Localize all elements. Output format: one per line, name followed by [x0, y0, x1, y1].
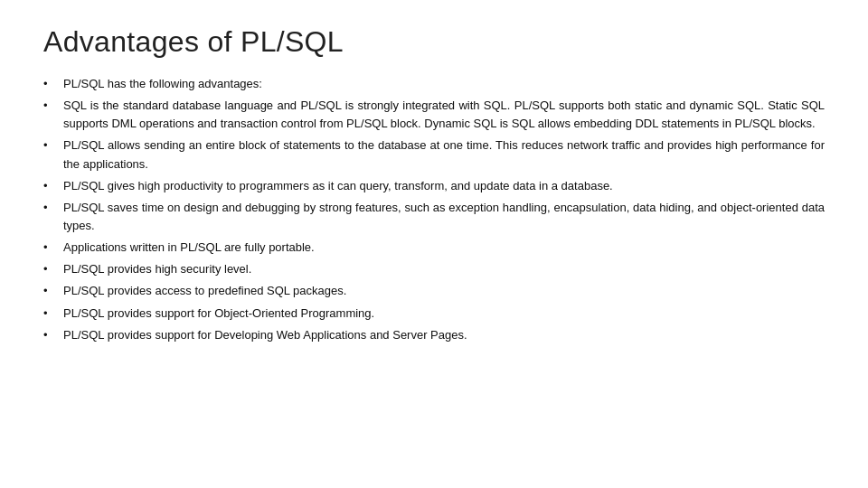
list-item: •PL/SQL provides access to predefined SQ… — [43, 282, 825, 300]
list-item-text: SQL is the standard database language an… — [63, 97, 825, 133]
list-item-text: PL/SQL has the following advantages: — [63, 75, 825, 93]
bullet-icon: • — [43, 199, 60, 217]
page-title: Advantages of PL/SQL — [43, 25, 825, 59]
bullet-icon: • — [43, 282, 60, 300]
list-item-text: PL/SQL provides support for Object-Orien… — [63, 305, 825, 323]
list-item-text: Applications written in PL/SQL are fully… — [63, 239, 825, 257]
list-item-text: PL/SQL gives high productivity to progra… — [63, 177, 825, 195]
bullet-icon: • — [43, 97, 60, 115]
list-item-text: PL/SQL provides high security level. — [63, 260, 825, 278]
bullet-icon: • — [43, 239, 60, 257]
content-list: •PL/SQL has the following advantages:•SQ… — [43, 75, 825, 348]
bullet-icon: • — [43, 326, 60, 344]
list-item: •PL/SQL gives high productivity to progr… — [43, 177, 825, 195]
bullet-icon: • — [43, 305, 60, 323]
list-item-text: PL/SQL provides access to predefined SQL… — [63, 282, 825, 300]
list-item: •PL/SQL provides support for Object-Orie… — [43, 305, 825, 323]
list-item: •PL/SQL allows sending an entire block o… — [43, 136, 825, 173]
list-item: •PL/SQL provides support for Developing … — [43, 326, 825, 344]
list-item: •SQL is the standard database language a… — [43, 97, 825, 133]
page-container: Advantages of PL/SQL •PL/SQL has the fol… — [0, 0, 868, 488]
list-item-text: PL/SQL allows sending an entire block of… — [63, 136, 825, 173]
list-item-text: PL/SQL provides support for Developing W… — [63, 326, 825, 344]
list-item: •PL/SQL saves time on design and debuggi… — [43, 199, 825, 235]
bullet-icon: • — [43, 75, 60, 93]
list-item-text: PL/SQL saves time on design and debuggin… — [63, 199, 825, 235]
list-item: •Applications written in PL/SQL are full… — [43, 239, 825, 257]
list-item: •PL/SQL has the following advantages: — [43, 75, 825, 93]
bullet-icon: • — [43, 260, 60, 278]
bullet-icon: • — [43, 136, 60, 155]
bullet-icon: • — [43, 177, 60, 195]
list-item: •PL/SQL provides high security level. — [43, 260, 825, 278]
